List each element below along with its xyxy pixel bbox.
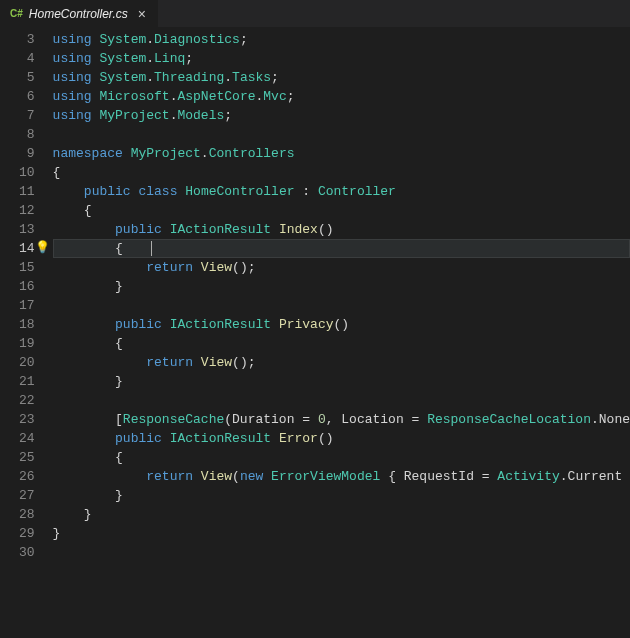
line-number: 4 xyxy=(0,49,35,68)
line-number: 10 xyxy=(0,163,35,182)
code-line[interactable]: } xyxy=(53,277,630,296)
code-line[interactable] xyxy=(53,125,630,144)
code-line[interactable] xyxy=(53,391,630,410)
code-line[interactable]: using MyProject.Models; xyxy=(53,106,630,125)
line-number: 6 xyxy=(0,87,35,106)
code-line[interactable]: public IActionResult Index() xyxy=(53,220,630,239)
line-number: 19 xyxy=(0,334,35,353)
line-number: 16 xyxy=(0,277,35,296)
code-line[interactable]: namespace MyProject.Controllers xyxy=(53,144,630,163)
code-line[interactable]: using Microsoft.AspNetCore.Mvc; xyxy=(53,87,630,106)
code-line[interactable]: } xyxy=(53,372,630,391)
code-line[interactable]: using System.Diagnostics; xyxy=(53,30,630,49)
line-number: 24 xyxy=(0,429,35,448)
code-line[interactable]: 💡 { xyxy=(53,239,630,258)
line-number: 12 xyxy=(0,201,35,220)
code-line[interactable] xyxy=(53,296,630,315)
line-number-gutter: 3456789101112131415161718192021222324252… xyxy=(0,28,53,638)
line-number: 11 xyxy=(0,182,35,201)
code-line[interactable]: public class HomeController : Controller xyxy=(53,182,630,201)
line-number: 26 xyxy=(0,467,35,486)
line-number: 5 xyxy=(0,68,35,87)
code-line[interactable]: { xyxy=(53,448,630,467)
line-number: 14 xyxy=(0,239,35,258)
line-number: 22 xyxy=(0,391,35,410)
code-line[interactable]: using System.Linq; xyxy=(53,49,630,68)
line-number: 13 xyxy=(0,220,35,239)
code-line[interactable]: } xyxy=(53,524,630,543)
tab-bar: C# HomeController.cs × xyxy=(0,0,630,28)
line-number: 18 xyxy=(0,315,35,334)
code-line[interactable]: } xyxy=(53,486,630,505)
line-number: 17 xyxy=(0,296,35,315)
csharp-icon: C# xyxy=(10,8,23,19)
line-number: 27 xyxy=(0,486,35,505)
code-line[interactable]: [ResponseCache(Duration = 0, Location = … xyxy=(53,410,630,429)
line-number: 3 xyxy=(0,30,35,49)
line-number: 21 xyxy=(0,372,35,391)
line-number: 15 xyxy=(0,258,35,277)
line-number: 8 xyxy=(0,125,35,144)
line-number: 30 xyxy=(0,543,35,562)
close-icon[interactable]: × xyxy=(134,6,150,22)
code-line[interactable]: public IActionResult Error() xyxy=(53,429,630,448)
line-number: 29 xyxy=(0,524,35,543)
code-line[interactable]: { xyxy=(53,163,630,182)
lightbulb-icon[interactable]: 💡 xyxy=(35,239,50,258)
line-number: 25 xyxy=(0,448,35,467)
code-line[interactable]: public IActionResult Privacy() xyxy=(53,315,630,334)
code-line[interactable]: return View(new ErrorViewModel { Request… xyxy=(53,467,630,486)
line-number: 28 xyxy=(0,505,35,524)
code-line[interactable]: return View(); xyxy=(53,258,630,277)
line-number: 20 xyxy=(0,353,35,372)
code-editor[interactable]: 3456789101112131415161718192021222324252… xyxy=(0,28,630,638)
tab-title: HomeController.cs xyxy=(29,7,128,21)
code-line[interactable]: using System.Threading.Tasks; xyxy=(53,68,630,87)
code-line[interactable]: } xyxy=(53,505,630,524)
line-number: 7 xyxy=(0,106,35,125)
line-number: 9 xyxy=(0,144,35,163)
code-line[interactable]: { xyxy=(53,334,630,353)
code-line[interactable]: { xyxy=(53,201,630,220)
text-cursor xyxy=(151,241,152,256)
line-number: 23 xyxy=(0,410,35,429)
code-line[interactable] xyxy=(53,543,630,562)
editor-tab[interactable]: C# HomeController.cs × xyxy=(0,0,158,27)
code-line[interactable]: return View(); xyxy=(53,353,630,372)
code-area[interactable]: using System.Diagnostics;using System.Li… xyxy=(53,28,630,638)
